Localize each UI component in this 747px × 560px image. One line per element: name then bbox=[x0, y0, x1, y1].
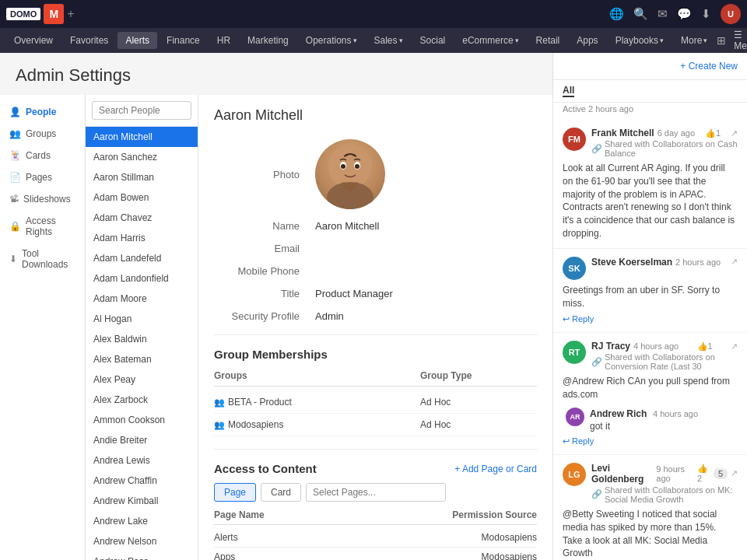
like-count-badge: 👍2 bbox=[697, 464, 710, 483]
sidebar-item-tool-downloads[interactable]: ⬇ Tool Downloads bbox=[0, 243, 85, 275]
nav-more[interactable]: More▾ bbox=[673, 32, 715, 49]
search-input[interactable] bbox=[92, 101, 191, 120]
globe-icon[interactable]: 🌐 bbox=[609, 7, 624, 21]
reply-button[interactable]: ↩ Reply bbox=[563, 314, 738, 324]
download-icon[interactable]: ⬇ bbox=[701, 7, 711, 21]
menu-button[interactable]: ☰ Menu bbox=[734, 30, 747, 51]
buzz-share-icon[interactable]: ↗ bbox=[731, 257, 738, 267]
nav-operations[interactable]: Operations▾ bbox=[298, 32, 365, 49]
plus-icon[interactable]: + bbox=[67, 7, 74, 21]
search-icon[interactable]: 🔍 bbox=[633, 7, 648, 21]
nav-marketing[interactable]: Marketing bbox=[240, 32, 296, 49]
group-icon: 👥 bbox=[214, 420, 225, 430]
buzz-time: 2 hours ago bbox=[675, 257, 721, 267]
mail-icon[interactable]: ✉ bbox=[658, 7, 668, 21]
sidebar-item-people[interactable]: 👤 People bbox=[0, 101, 85, 123]
add-page-card-link[interactable]: + Add Page or Card bbox=[454, 464, 537, 474]
count-badge: 5 bbox=[714, 468, 728, 479]
buzz-avatar: LG bbox=[563, 463, 586, 486]
card-tab-button[interactable]: Card bbox=[261, 483, 301, 502]
nav-favorites[interactable]: Favorites bbox=[62, 32, 116, 49]
buzz-share-icon[interactable]: ↗ bbox=[731, 128, 738, 138]
secondary-nav: Overview Favorites Alerts Finance HR Mar… bbox=[0, 28, 747, 53]
person-item[interactable]: Andrew Chaffin bbox=[86, 471, 198, 491]
buzz-tab-all[interactable]: All bbox=[563, 85, 574, 97]
grid-icon[interactable]: ⊞ bbox=[717, 34, 726, 47]
buzz-time: 9 hours ago bbox=[656, 464, 694, 483]
sub-text: got it bbox=[590, 421, 698, 432]
buzz-reply-container: ↩ Reply bbox=[563, 436, 738, 446]
person-item[interactable]: Al Hogan bbox=[86, 309, 198, 329]
page-tab-button[interactable]: Page bbox=[214, 483, 256, 502]
people-search-container bbox=[86, 95, 198, 127]
nav-retail[interactable]: Retail bbox=[528, 32, 568, 49]
person-item[interactable]: Alex Peay bbox=[86, 369, 198, 390]
group-type: Ad Hoc bbox=[420, 419, 537, 430]
buzz-name-row: Steve Koerselman 2 hours ago ↗ bbox=[591, 257, 738, 268]
person-item[interactable]: Andrew Lake bbox=[86, 511, 198, 531]
nav-ecommerce[interactable]: eCommerce▾ bbox=[454, 32, 526, 49]
nav-alerts[interactable]: Alerts bbox=[117, 32, 157, 49]
admin-panel: Admin Settings 👤 People 👥 Groups 🃏 Cards… bbox=[0, 53, 552, 560]
person-item[interactable]: Adam Harris bbox=[86, 228, 198, 248]
person-item[interactable]: Andrea Lewis bbox=[86, 450, 198, 471]
sidebar-item-cards[interactable]: 🃏 Cards bbox=[0, 145, 85, 166]
nav-overview[interactable]: Overview bbox=[6, 32, 61, 49]
person-item[interactable]: Andrew Pass bbox=[86, 551, 198, 560]
group-name: 👥 BETA - Product bbox=[214, 397, 420, 408]
person-item[interactable]: Adam Landefeld bbox=[86, 248, 198, 268]
buzz-share-icon[interactable]: ↗ bbox=[731, 468, 738, 478]
search-pages-input[interactable] bbox=[306, 483, 446, 502]
person-item[interactable]: Adam Chavez bbox=[86, 208, 198, 228]
nav-playbooks[interactable]: Playbooks▾ bbox=[608, 32, 672, 49]
sidebar-groups-label: Groups bbox=[26, 128, 56, 139]
pages-icon: 📄 bbox=[9, 172, 21, 183]
sidebar-item-slideshows[interactable]: 📽 Slideshows bbox=[0, 188, 85, 210]
page-name-cell: Apps bbox=[214, 551, 420, 560]
buzz-header-text: Levi Goldenberg 9 hours ago 👍2 5 ↗ 🔗 Sha… bbox=[591, 463, 738, 504]
sidebar-item-pages[interactable]: 📄 Pages bbox=[0, 166, 85, 188]
person-item[interactable]: Aaron Stillman bbox=[86, 167, 198, 187]
person-item[interactable]: Alex Baldwin bbox=[86, 329, 198, 349]
person-item[interactable]: Alex Zarbock bbox=[86, 390, 198, 410]
person-item[interactable]: Adam Moore bbox=[86, 289, 198, 309]
person-item[interactable]: Andrew Nelson bbox=[86, 531, 198, 551]
person-item[interactable]: Aaron Mitchell bbox=[86, 127, 198, 147]
permission-col-header: Permission Source bbox=[420, 509, 537, 520]
group-memberships-title: Group Memberships bbox=[214, 348, 537, 361]
create-new-button[interactable]: + Create New bbox=[680, 61, 738, 72]
nav-apps[interactable]: Apps bbox=[569, 32, 605, 49]
person-item[interactable]: Andie Breiter bbox=[86, 430, 198, 450]
chat-icon[interactable]: 💬 bbox=[677, 7, 692, 21]
person-item[interactable]: Aaron Sanchez bbox=[86, 147, 198, 167]
user-avatar[interactable]: U bbox=[721, 4, 741, 24]
profile-email-row: Email bbox=[214, 243, 537, 254]
nav-social[interactable]: Social bbox=[412, 32, 454, 49]
group-type-col-header: Group Type bbox=[420, 370, 537, 381]
name-value: Aaron Mitchell bbox=[315, 220, 379, 232]
sub-avatar: AR bbox=[566, 408, 584, 426]
person-item[interactable]: Andrew Kimball bbox=[86, 491, 198, 511]
sidebar-item-access-rights[interactable]: 🔒 Access Rights bbox=[0, 210, 85, 243]
nav-hr[interactable]: HR bbox=[209, 32, 238, 49]
person-item[interactable]: Alex Bateman bbox=[86, 349, 198, 369]
sidebar-item-groups[interactable]: 👥 Groups bbox=[0, 123, 85, 145]
buzz-share-icon[interactable]: ↗ bbox=[731, 341, 738, 352]
reply-button[interactable]: ↩ Reply bbox=[563, 436, 738, 446]
person-item[interactable]: Adam Bowen bbox=[86, 187, 198, 208]
buzz-name: Frank Mitchell bbox=[591, 128, 654, 138]
buzz-shared-with: 🔗 Shared with Collaborators on MK: Socia… bbox=[591, 485, 738, 504]
profile-security-row: Security Profile Admin bbox=[214, 310, 537, 322]
nav-finance[interactable]: Finance bbox=[159, 32, 208, 49]
group-type: Ad Hoc bbox=[420, 397, 537, 408]
profile-title-row: Title Product Manager bbox=[214, 288, 537, 299]
nav-sales[interactable]: Sales▾ bbox=[366, 32, 411, 49]
person-item[interactable]: Ammon Cookson bbox=[86, 410, 198, 430]
domo-m-icon[interactable]: M bbox=[44, 4, 64, 24]
group-row: 👥 BETA - Product Ad Hoc bbox=[214, 391, 537, 414]
svg-point-5 bbox=[355, 164, 359, 169]
buzz-item: RT RJ Tracy 4 hours ago 👍1 ↗ 🔗 Shared wi… bbox=[553, 333, 747, 455]
buzz-name-row: RJ Tracy 4 hours ago 👍1 ↗ bbox=[591, 341, 738, 352]
pages-table: Alerts Modosapiens Apps Modosapiens Apps… bbox=[214, 528, 537, 560]
person-item[interactable]: Adam Landonfield bbox=[86, 268, 198, 289]
